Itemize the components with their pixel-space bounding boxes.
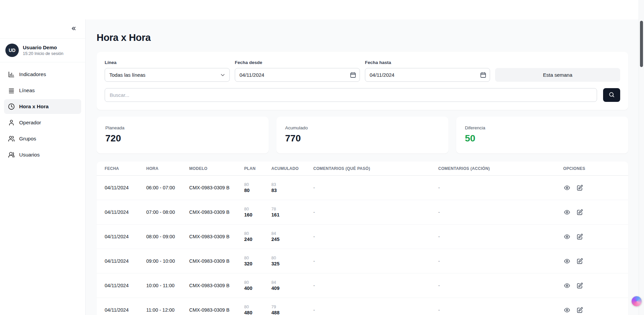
- plan-hour-value: 80: [244, 182, 271, 187]
- modelo-cell: CMX-0983-0309 B: [189, 185, 244, 190]
- comentario-accion-cell: -: [438, 234, 564, 239]
- view-button[interactable]: [563, 233, 571, 241]
- scrollbar-thumb[interactable]: [640, 21, 643, 67]
- table-row: 04/11/2024 08:00 - 09:00 CMX-0983-0309 B…: [97, 225, 628, 249]
- real-cumulative-value: 488: [271, 310, 313, 315]
- view-button[interactable]: [563, 184, 571, 192]
- stat-value: 50: [465, 133, 620, 144]
- table-body: 04/11/2024 06:00 - 07:00 CMX-0983-0309 B…: [97, 176, 628, 315]
- sidebar-collapse-button[interactable]: [68, 23, 80, 35]
- real-hour-value: 80: [271, 256, 313, 260]
- clock-icon: [8, 103, 15, 110]
- sidebar-item-usuarios[interactable]: Usuarios: [4, 147, 81, 162]
- column-header-plan: PLAN: [244, 166, 271, 171]
- comentario-que-paso-cell: -: [313, 307, 438, 313]
- extension-badge-icon[interactable]: [632, 296, 642, 306]
- linea-select[interactable]: Todas las líneas: [105, 68, 230, 82]
- plan-hour-value: 80: [244, 280, 271, 285]
- column-header-modelo: MODELO: [189, 166, 244, 171]
- this-week-button[interactable]: Esta semana: [495, 68, 620, 82]
- real-hour-value: 83: [271, 182, 313, 187]
- edit-button[interactable]: [576, 184, 584, 192]
- edit-button[interactable]: [576, 233, 584, 241]
- opciones-cell: [563, 306, 620, 314]
- edit-button[interactable]: [576, 257, 584, 265]
- table-header-row: FECHA HORA MODELO PLAN ACUMULADO COMENTA…: [97, 162, 628, 176]
- acumulado-cell: 79 488: [271, 305, 313, 315]
- eye-icon: [564, 209, 570, 215]
- fecha-hasta-input[interactable]: [365, 68, 490, 82]
- plan-cell: 80 320: [244, 256, 271, 266]
- hora-cell: 06:00 - 07:00: [146, 185, 189, 190]
- modelo-cell: CMX-0983-0309 B: [189, 258, 244, 264]
- eye-icon: [564, 185, 570, 191]
- stat-card-diferencia: Diferencia 50: [456, 117, 628, 153]
- stat-value: 770: [285, 133, 440, 144]
- stats-row: Planeada 720 Acumulado 770 Diferencia 50: [97, 117, 628, 153]
- hour-table: FECHA HORA MODELO PLAN ACUMULADO COMENTA…: [97, 162, 628, 315]
- sidebar-item-lineas[interactable]: Líneas: [4, 83, 81, 98]
- users-round-icon: [8, 151, 15, 158]
- eye-icon: [564, 307, 570, 313]
- edit-button[interactable]: [576, 282, 584, 290]
- opciones-cell: [563, 257, 620, 265]
- view-button[interactable]: [563, 257, 571, 265]
- table-row: 04/11/2024 09:00 - 10:00 CMX-0983-0309 B…: [97, 249, 628, 273]
- hora-cell: 09:00 - 10:00: [146, 258, 189, 264]
- sidebar-item-operador[interactable]: Operador: [4, 115, 81, 130]
- sidebar-item-hora-x-hora[interactable]: Hora x Hora: [4, 99, 81, 114]
- search-button[interactable]: [603, 88, 620, 102]
- column-header-acumulado: ACUMULADO: [271, 166, 313, 171]
- stat-label: Planeada: [105, 125, 260, 130]
- view-button[interactable]: [563, 306, 571, 314]
- page-title: Hora x Hora: [97, 32, 628, 43]
- plan-cumulative-value: 480: [244, 310, 271, 315]
- sidebar-collapse-row: [0, 19, 85, 38]
- fecha-desde-input[interactable]: [235, 68, 360, 82]
- plan-hour-value: 80: [244, 231, 271, 236]
- comentario-accion-cell: -: [438, 307, 564, 313]
- stat-value: 720: [105, 133, 260, 144]
- linea-label: Línea: [105, 60, 230, 65]
- user-session-time: 15:20 Inicio de sesión: [23, 51, 63, 56]
- rows-icon: [8, 87, 15, 94]
- edit-button[interactable]: [576, 208, 584, 216]
- opciones-cell: [563, 282, 620, 290]
- week-button-field: Esta semana: [495, 68, 620, 82]
- acumulado-cell: 84 409: [271, 280, 313, 291]
- plan-hour-value: 80: [244, 256, 271, 260]
- user-icon: [8, 119, 15, 126]
- sidebar-item-indicadores[interactable]: Indicadores: [4, 67, 81, 82]
- view-button[interactable]: [563, 208, 571, 216]
- sidebar-item-grupos[interactable]: Grupos: [4, 131, 81, 146]
- comentario-accion-cell: -: [438, 283, 564, 288]
- fecha-cell: 04/11/2024: [105, 258, 146, 264]
- chevrons-left-icon: [70, 25, 77, 33]
- search-input[interactable]: [105, 88, 597, 102]
- edit-icon: [577, 185, 583, 191]
- comentario-que-paso-cell: -: [313, 258, 438, 264]
- plan-cell: 80 480: [244, 305, 271, 315]
- plan-cumulative-value: 400: [244, 286, 271, 291]
- comentario-que-paso-cell: -: [313, 283, 438, 288]
- fecha-desde-field: Fecha desde: [235, 60, 360, 82]
- comentario-accion-cell: -: [438, 209, 564, 215]
- edit-icon: [577, 234, 583, 240]
- column-header-opciones: OPCIONES: [563, 166, 620, 171]
- comentario-que-paso-cell: -: [313, 185, 438, 190]
- real-hour-value: 79: [271, 305, 313, 309]
- view-button[interactable]: [563, 282, 571, 290]
- plan-cell: 80 400: [244, 280, 271, 291]
- topbar: [0, 0, 644, 19]
- scrollbar[interactable]: [639, 0, 644, 315]
- main-content: Hora x Hora Línea Todas las líneas: [86, 19, 644, 315]
- edit-icon: [577, 307, 583, 313]
- stat-card-acumulado: Acumulado 770: [276, 117, 448, 153]
- sidebar-item-label: Usuarios: [19, 152, 40, 158]
- stat-label: Acumulado: [285, 125, 440, 130]
- real-cumulative-value: 83: [271, 188, 313, 193]
- modelo-cell: CMX-0983-0309 B: [189, 234, 244, 239]
- acumulado-cell: 84 245: [271, 231, 313, 242]
- sidebar-menu: Indicadores Líneas Hora x Hora Operador: [0, 62, 85, 167]
- edit-button[interactable]: [576, 306, 584, 314]
